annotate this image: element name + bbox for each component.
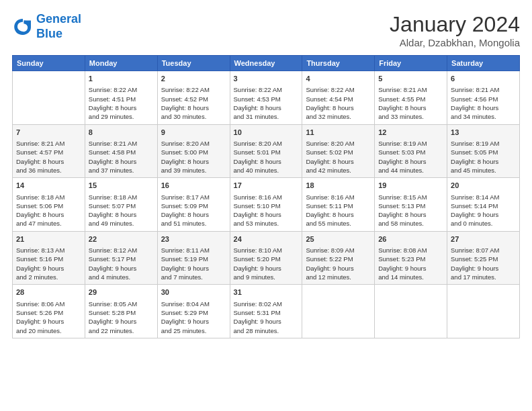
day-number: 5 (378, 74, 443, 84)
day-info-line: Sunrise: 8:21 AM (378, 85, 443, 94)
day-number: 3 (234, 74, 299, 84)
day-info-line: Daylight: 8 hours (161, 103, 226, 112)
day-info-line: Sunset: 5:06 PM (16, 201, 81, 210)
day-number: 21 (16, 234, 81, 244)
header-cell-saturday: Saturday (447, 56, 520, 71)
day-info-line: Daylight: 8 hours (234, 103, 299, 112)
day-number: 23 (161, 234, 226, 244)
day-info-line: Sunrise: 8:10 AM (234, 246, 299, 255)
calendar-cell: 13Sunrise: 8:19 AMSunset: 5:05 PMDayligh… (447, 124, 520, 178)
day-info-line: and 36 minutes. (16, 166, 81, 175)
day-info-line: Sunset: 4:53 PM (234, 95, 299, 103)
day-number: 30 (161, 287, 226, 298)
header-cell-monday: Monday (85, 56, 157, 71)
day-info-line: Sunset: 5:31 PM (234, 308, 299, 317)
day-number: 14 (16, 181, 81, 191)
day-number: 31 (234, 287, 299, 298)
day-info-line: and 7 minutes. (161, 273, 226, 281)
calendar-cell: 26Sunrise: 8:08 AMSunset: 5:23 PMDayligh… (375, 231, 447, 285)
day-info-line: Sunset: 5:11 PM (306, 201, 371, 210)
day-info-line: Daylight: 8 hours (378, 210, 443, 219)
day-info-line: and 12 minutes. (306, 273, 371, 281)
header: General Blue January 2024 Aldar, Dzabkha… (12, 12, 520, 48)
week-row-4: 28Sunrise: 8:06 AMSunset: 5:26 PMDayligh… (13, 285, 520, 338)
day-info-line: and 49 minutes. (89, 219, 154, 228)
day-info-line: Daylight: 8 hours (451, 157, 516, 166)
day-info-line: Sunset: 4:57 PM (16, 148, 81, 156)
day-info-line: Sunrise: 8:16 AM (306, 193, 371, 201)
day-info-line: Daylight: 8 hours (234, 210, 299, 219)
day-info-line: Sunrise: 8:15 AM (378, 193, 443, 201)
day-info-line: Daylight: 8 hours (16, 157, 81, 166)
day-number: 24 (234, 234, 299, 244)
day-info-line: Daylight: 8 hours (306, 157, 371, 166)
calendar-body: 1Sunrise: 8:22 AMSunset: 4:51 PMDaylight… (13, 71, 520, 338)
day-info-line: and 37 minutes. (89, 166, 154, 175)
calendar-cell: 29Sunrise: 8:05 AMSunset: 5:28 PMDayligh… (85, 285, 157, 338)
calendar-cell: 10Sunrise: 8:20 AMSunset: 5:01 PMDayligh… (230, 124, 302, 178)
day-info-line: Sunrise: 8:04 AM (161, 300, 226, 308)
calendar-cell: 14Sunrise: 8:18 AMSunset: 5:06 PMDayligh… (13, 178, 85, 232)
calendar-cell (302, 285, 375, 338)
calendar-cell: 31Sunrise: 8:02 AMSunset: 5:31 PMDayligh… (230, 285, 302, 338)
day-info-line: Daylight: 9 hours (16, 264, 81, 273)
day-info-line: Daylight: 9 hours (451, 264, 516, 273)
day-info-line: Daylight: 8 hours (306, 210, 371, 219)
calendar-cell: 8Sunrise: 8:21 AMSunset: 4:58 PMDaylight… (85, 124, 157, 178)
day-info-line: Daylight: 9 hours (378, 264, 443, 273)
day-number: 9 (161, 128, 226, 138)
day-info-line: Sunrise: 8:17 AM (161, 193, 226, 201)
calendar-cell: 15Sunrise: 8:18 AMSunset: 5:07 PMDayligh… (85, 178, 157, 232)
day-info-line: and 40 minutes. (234, 166, 299, 175)
logo-text: General Blue (36, 12, 81, 41)
day-info-line: Sunset: 5:20 PM (234, 255, 299, 263)
day-number: 15 (89, 181, 154, 191)
day-info-line: Sunset: 5:26 PM (16, 308, 81, 317)
day-number: 4 (306, 74, 371, 84)
calendar-header: SundayMondayTuesdayWednesdayThursdayFrid… (13, 56, 520, 71)
day-info-line: Sunrise: 8:16 AM (234, 193, 299, 201)
day-info-line: and 2 minutes. (16, 273, 81, 281)
day-info-line: Sunset: 5:19 PM (161, 255, 226, 263)
calendar-cell: 21Sunrise: 8:13 AMSunset: 5:16 PMDayligh… (13, 231, 85, 285)
day-info-line: Sunset: 5:22 PM (306, 255, 371, 263)
day-number: 7 (16, 128, 81, 138)
calendar-cell: 27Sunrise: 8:07 AMSunset: 5:25 PMDayligh… (447, 231, 520, 285)
day-info-line: and 45 minutes. (451, 166, 516, 175)
day-number: 17 (234, 181, 299, 191)
calendar-cell: 24Sunrise: 8:10 AMSunset: 5:20 PMDayligh… (230, 231, 302, 285)
calendar-cell (375, 285, 447, 338)
day-info-line: Daylight: 9 hours (161, 264, 226, 273)
day-info-line: Daylight: 9 hours (161, 317, 226, 326)
day-info-line: and 14 minutes. (378, 273, 443, 281)
day-info-line: Sunset: 4:52 PM (161, 95, 226, 103)
day-info-line: Sunrise: 8:14 AM (451, 193, 516, 201)
calendar-cell: 17Sunrise: 8:16 AMSunset: 5:10 PMDayligh… (230, 178, 302, 232)
logo-icon (12, 16, 34, 38)
day-info-line: Sunrise: 8:07 AM (451, 246, 516, 255)
subtitle: Aldar, Dzabkhan, Mongolia (390, 37, 520, 48)
day-number: 1 (89, 74, 154, 84)
logo-line2: Blue (36, 27, 62, 40)
day-info-line: and 28 minutes. (234, 326, 299, 335)
calendar-cell: 11Sunrise: 8:20 AMSunset: 5:02 PMDayligh… (302, 124, 375, 178)
day-info-line: Sunset: 5:09 PM (161, 201, 226, 210)
day-info-line: and 32 minutes. (306, 112, 371, 121)
day-info-line: Daylight: 8 hours (161, 210, 226, 219)
day-info-line: Sunrise: 8:13 AM (16, 246, 81, 255)
day-number: 18 (306, 181, 371, 191)
calendar-cell: 20Sunrise: 8:14 AMSunset: 5:14 PMDayligh… (447, 178, 520, 232)
header-cell-thursday: Thursday (302, 56, 375, 71)
calendar-cell: 7Sunrise: 8:21 AMSunset: 4:57 PMDaylight… (13, 124, 85, 178)
day-number: 22 (89, 234, 154, 244)
header-cell-wednesday: Wednesday (230, 56, 302, 71)
calendar-cell: 6Sunrise: 8:21 AMSunset: 4:56 PMDaylight… (447, 71, 520, 125)
day-number: 2 (161, 74, 226, 84)
day-info-line: Daylight: 8 hours (451, 103, 516, 112)
day-info-line: Sunset: 4:56 PM (451, 95, 516, 103)
page: General Blue January 2024 Aldar, Dzabkha… (0, 0, 532, 411)
day-info-line: and 55 minutes. (306, 219, 371, 228)
day-number: 10 (234, 128, 299, 138)
day-info-line: and 31 minutes. (234, 112, 299, 121)
day-number: 20 (451, 181, 516, 191)
